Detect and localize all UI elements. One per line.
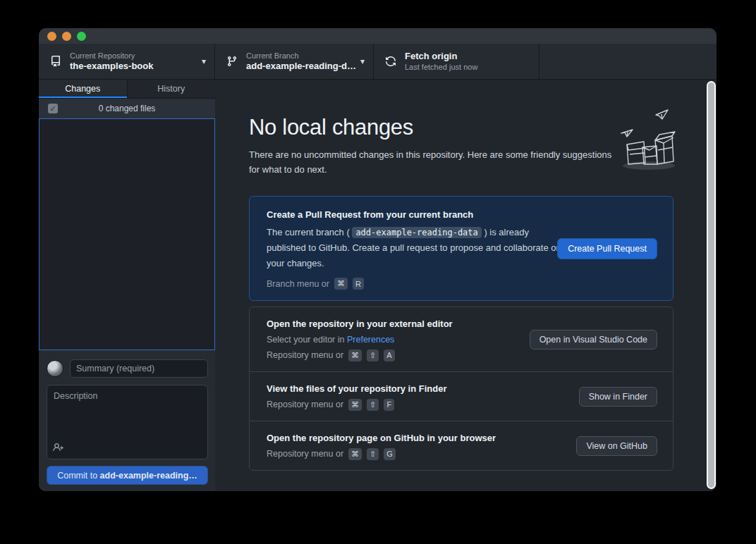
current-branch-selector[interactable]: Current Branch add-example-reading-d… ▾ (215, 44, 374, 79)
create-pr-title: Create a Pull Request from your current … (267, 209, 657, 221)
f-keycap: F (384, 399, 394, 411)
changed-files-header: ✓ 0 changed files (39, 99, 215, 118)
tab-history[interactable]: History (128, 80, 216, 98)
create-pr-card: Create a Pull Request from your current … (249, 196, 673, 301)
shortcut-prefix: Repository menu or (267, 447, 343, 460)
select-all-checkbox[interactable]: ✓ (48, 104, 58, 113)
view-on-github-row: Open the repository page on GitHub in yo… (250, 421, 673, 470)
shift-keycap: ⇧ (367, 350, 379, 361)
editor-line-pre: Select your editor in (267, 335, 347, 345)
cmd-keycap: ⌘ (334, 278, 348, 290)
commit-button-prefix: Commit to (57, 471, 99, 481)
description-input[interactable] (47, 385, 208, 459)
main-content: No local changes There are no uncommitte… (215, 80, 717, 491)
zoom-button[interactable] (77, 32, 86, 41)
commit-button[interactable]: Commit to add-example-reading… (47, 466, 208, 485)
shortcut-prefix: Repository menu or (267, 398, 343, 411)
shift-keycap: ⇧ (367, 399, 379, 411)
toolbar: Current Repository the-examples-book ▾ C… (39, 44, 717, 80)
open-in-vscode-button[interactable]: Open in Visual Studio Code (530, 330, 657, 350)
cmd-keycap: ⌘ (348, 350, 362, 361)
repo-icon (50, 56, 61, 67)
chevron-down-icon: ▾ (202, 56, 206, 66)
sidebar-tabs: Changes History (39, 80, 215, 99)
fetch-label: Fetch origin (405, 51, 530, 62)
summary-input[interactable] (70, 359, 208, 378)
show-in-finder-button[interactable]: Show in Finder (579, 387, 657, 407)
external-editor-title: Open the repository in your external edi… (267, 318, 657, 330)
show-in-finder-row: View the files of your repository in Fin… (250, 372, 673, 421)
external-editor-row: Open the repository in your external edi… (250, 307, 673, 372)
traffic-lights (47, 32, 86, 41)
changed-files-count: 0 changed files (39, 104, 215, 113)
external-editor-shortcut: Repository menu or ⌘ ⇧ A (267, 349, 657, 361)
avatar (47, 360, 63, 377)
create-pr-body: The current branch ( add-example-reading… (267, 225, 563, 271)
fetch-status: Last fetched just now (405, 62, 530, 72)
current-repository-selector[interactable]: Current Repository the-examples-book ▾ (39, 44, 215, 79)
page-subtitle: There are no uncommitted changes in this… (249, 147, 612, 177)
view-on-github-button[interactable]: View on GitHub (576, 436, 657, 456)
cmd-keycap: ⌘ (348, 399, 362, 411)
r-keycap: R (353, 278, 364, 290)
shortcut-prefix: Branch menu or (267, 279, 329, 289)
branch-label: Current Branch (246, 51, 356, 61)
create-pr-shortcut: Branch menu or ⌘ R (267, 278, 657, 290)
fetch-origin-button[interactable]: Fetch origin Last fetched just now (374, 44, 539, 79)
repository-text: Current Repository the-examples-book (70, 51, 197, 72)
a-keycap: A (384, 350, 394, 361)
commit-form: Commit to add-example-reading… (39, 350, 215, 491)
repository-name: the-examples-book (70, 61, 197, 72)
desktop-background: Current Repository the-examples-book ▾ C… (0, 0, 756, 544)
fetch-text: Fetch origin Last fetched just now (405, 51, 530, 72)
changes-list[interactable] (39, 118, 215, 350)
minimize-button[interactable] (62, 32, 71, 41)
sync-icon (385, 56, 396, 67)
cmd-keycap: ⌘ (348, 448, 362, 460)
chevron-down-icon: ▾ (360, 56, 365, 66)
sidebar: Changes History ✓ 0 changed files (39, 80, 215, 491)
create-pr-body-pre: The current branch ( (267, 227, 352, 237)
close-button[interactable] (47, 32, 56, 41)
preferences-link[interactable]: Preferences (347, 335, 394, 345)
shortcut-prefix: Repository menu or (267, 349, 343, 361)
g-keycap: G (384, 448, 396, 460)
add-coauthor-icon[interactable] (53, 442, 66, 453)
repository-label: Current Repository (70, 51, 197, 61)
commit-button-branch: add-example-reading… (100, 471, 197, 481)
branch-text: Current Branch add-example-reading-d… (246, 51, 356, 72)
create-pull-request-button[interactable]: Create Pull Request (557, 238, 657, 259)
scrollbar-thumb[interactable] (708, 82, 714, 488)
suggestions-group: Open the repository in your external edi… (249, 307, 673, 471)
titlebar (39, 28, 717, 44)
branch-name: add-example-reading-d… (246, 61, 356, 72)
github-desktop-window: Current Repository the-examples-book ▾ C… (39, 28, 717, 491)
branch-code-chip: add-example-reading-data (352, 227, 481, 238)
shift-keycap: ⇧ (367, 448, 379, 460)
paper-bin-illustration (617, 108, 678, 173)
vertical-scrollbar (707, 81, 716, 489)
tab-changes[interactable]: Changes (39, 80, 128, 98)
git-branch-icon (226, 56, 238, 67)
